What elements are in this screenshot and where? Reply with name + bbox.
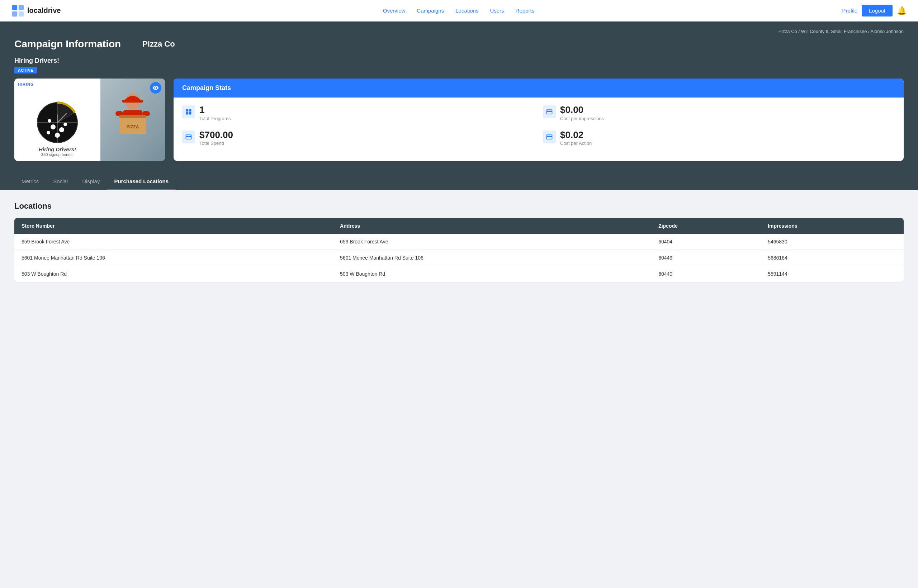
brand-logo-icon bbox=[11, 4, 24, 17]
svg-rect-21 bbox=[120, 115, 146, 118]
col-impressions: Impressions bbox=[761, 218, 903, 234]
table-cell-address: 5601 Monee Manhattan Rd Suite 106 bbox=[333, 250, 651, 266]
breadcrumb: Pizza Co / Will County IL Small Franchis… bbox=[15, 29, 903, 34]
stats-title: Campaign Stats bbox=[174, 79, 903, 97]
nav-right: Profile Logout 🔔 bbox=[842, 5, 907, 16]
stat-label-programs: Total Programs bbox=[199, 116, 231, 121]
nav-locations[interactable]: Locations bbox=[456, 8, 478, 14]
tabs-section: Metrics Social Display Purchased Locatio… bbox=[0, 173, 918, 190]
svg-point-8 bbox=[59, 127, 64, 132]
brand-name: localdrive bbox=[27, 6, 61, 15]
table-row: 503 W Boughton Rd503 W Boughton Rd604405… bbox=[15, 266, 903, 282]
table-cell-store: 659 Brook Forest Ave bbox=[15, 234, 333, 250]
svg-rect-3 bbox=[19, 11, 24, 16]
ad-subline: $50 signup bonus! bbox=[39, 152, 76, 157]
locations-table: Store Number Address Zipcode Impressions… bbox=[15, 218, 903, 282]
tab-metrics[interactable]: Metrics bbox=[15, 173, 46, 190]
svg-point-12 bbox=[48, 119, 51, 123]
svg-rect-16 bbox=[122, 100, 144, 103]
brand: localdrive bbox=[11, 4, 61, 17]
table-cell-zip: 60404 bbox=[651, 234, 761, 250]
svg-point-7 bbox=[50, 124, 56, 129]
col-zipcode: Zipcode bbox=[651, 218, 761, 234]
svg-rect-2 bbox=[12, 11, 17, 16]
hero-section: Pizza Co / Will County IL Small Franchis… bbox=[0, 21, 918, 173]
table-cell-zip: 60440 bbox=[651, 266, 761, 282]
svg-point-10 bbox=[47, 131, 50, 134]
stat-label-cpi: Cost per impressions bbox=[560, 116, 604, 121]
eye-icon bbox=[152, 85, 159, 91]
table-cell-zip: 60449 bbox=[651, 250, 761, 266]
stat-total-programs: 1 Total Programs bbox=[182, 105, 534, 121]
table-body: 659 Brook Forest Ave659 Brook Forest Ave… bbox=[15, 234, 903, 282]
stat-label-cpa: Cost per Action bbox=[560, 141, 592, 146]
logout-button[interactable]: Logout bbox=[862, 5, 892, 16]
driver-figure-icon: PIZZA bbox=[111, 91, 154, 149]
stat-value-cpa: $0.02 bbox=[560, 130, 592, 140]
card-icon-1 bbox=[543, 105, 556, 118]
svg-text:PIZZA: PIZZA bbox=[126, 124, 139, 129]
table-cell-impressions: 5591144 bbox=[761, 266, 903, 282]
campaign-stats-card: Campaign Stats 1 Total Programs bbox=[174, 79, 903, 161]
ad-text: Hiring Drivers! $50 signup bonus! bbox=[39, 146, 76, 157]
preview-eye-button[interactable] bbox=[150, 82, 162, 94]
profile-link[interactable]: Profile bbox=[842, 8, 858, 14]
hero-title-row: Campaign Information Pizza Co bbox=[15, 38, 903, 50]
campaign-brand-name: Pizza Co bbox=[142, 39, 175, 49]
table-cell-store: 503 W Boughton Rd bbox=[15, 266, 333, 282]
campaign-name: Hiring Drivers! bbox=[15, 57, 903, 65]
ad-tag: HIRING bbox=[18, 82, 34, 86]
nav-users[interactable]: Users bbox=[490, 8, 504, 14]
tab-display[interactable]: Display bbox=[75, 173, 107, 190]
ad-headline: Hiring Drivers! bbox=[39, 146, 76, 152]
stat-value-cpi: $0.00 bbox=[560, 105, 604, 115]
card-icon-2 bbox=[182, 131, 195, 144]
cards-row: HIRING bbox=[15, 79, 903, 161]
tab-social[interactable]: Social bbox=[46, 173, 75, 190]
stat-cost-impressions: $0.00 Cost per impressions bbox=[543, 105, 895, 121]
col-address: Address bbox=[333, 218, 651, 234]
page-title: Campaign Information bbox=[15, 38, 121, 50]
card-icon-3 bbox=[543, 131, 556, 144]
nav-overview[interactable]: Overview bbox=[383, 8, 406, 14]
stat-total-spend: $700.00 Total Spend bbox=[182, 130, 534, 146]
stats-body: 1 Total Programs $0.00 Cost per impressi… bbox=[174, 97, 903, 153]
notification-bell-icon[interactable]: 🔔 bbox=[897, 6, 907, 15]
table-cell-address: 503 W Boughton Rd bbox=[333, 266, 651, 282]
svg-point-11 bbox=[63, 123, 67, 126]
stat-cost-action: $0.02 Cost per Action bbox=[543, 130, 895, 146]
svg-rect-0 bbox=[12, 5, 17, 10]
table-cell-store: 5601 Monee Manhattan Rd Suite 106 bbox=[15, 250, 333, 266]
navbar: localdrive Overview Campaigns Locations … bbox=[0, 0, 918, 21]
locations-section-title: Locations bbox=[15, 202, 903, 211]
stat-value-programs: 1 bbox=[199, 105, 231, 115]
table-cell-impressions: 5465830 bbox=[761, 234, 903, 250]
grid-icon bbox=[182, 105, 195, 118]
svg-point-9 bbox=[55, 132, 60, 138]
nav-links: Overview Campaigns Locations Users Repor… bbox=[75, 8, 842, 14]
stat-label-spend: Total Spend bbox=[199, 141, 233, 146]
col-store-number: Store Number bbox=[15, 218, 333, 234]
table-cell-impressions: 5686164 bbox=[761, 250, 903, 266]
table-header: Store Number Address Zipcode Impressions bbox=[15, 218, 903, 234]
pizza-logo-icon bbox=[36, 101, 79, 144]
nav-reports[interactable]: Reports bbox=[516, 8, 535, 14]
status-badge: ACTIVE bbox=[15, 67, 37, 73]
stat-value-spend: $700.00 bbox=[199, 130, 233, 140]
svg-rect-1 bbox=[19, 5, 24, 10]
table-row: 5601 Monee Manhattan Rd Suite 1065601 Mo… bbox=[15, 250, 903, 266]
table-row: 659 Brook Forest Ave659 Brook Forest Ave… bbox=[15, 234, 903, 250]
ad-preview-card: HIRING bbox=[15, 79, 165, 161]
nav-campaigns[interactable]: Campaigns bbox=[417, 8, 444, 14]
ad-left-panel: Hiring Drivers! $50 signup bonus! bbox=[15, 79, 100, 161]
tab-purchased-locations[interactable]: Purchased Locations bbox=[107, 173, 176, 190]
table-cell-address: 659 Brook Forest Ave bbox=[333, 234, 651, 250]
main-content: Locations Store Number Address Zipcode I… bbox=[0, 190, 918, 293]
tabs-row: Metrics Social Display Purchased Locatio… bbox=[15, 173, 903, 190]
